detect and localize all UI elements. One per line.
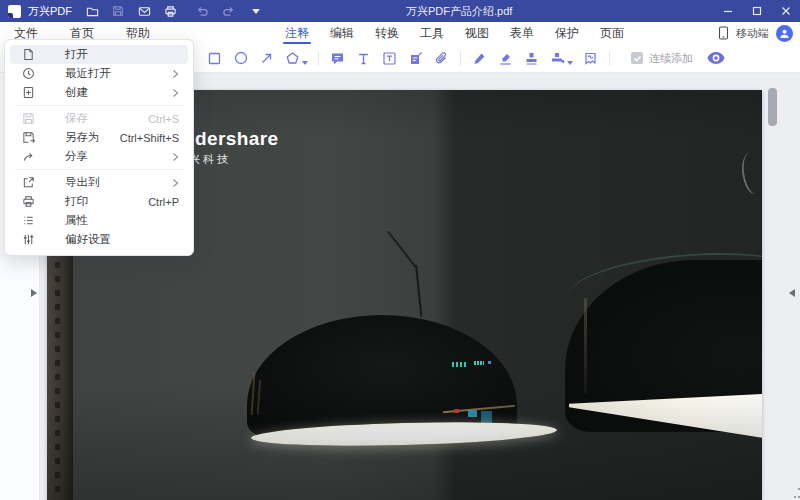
print-icon bbox=[21, 195, 35, 209]
menu-divider bbox=[15, 105, 183, 106]
photo-reflection bbox=[468, 410, 477, 417]
textbox-tool-icon[interactable] bbox=[378, 47, 401, 70]
file-menu-item-properties[interactable]: 属性 bbox=[5, 211, 193, 230]
document-title: 万兴PDF产品介绍.pdf bbox=[406, 0, 512, 22]
window-resize-grip[interactable] bbox=[790, 488, 800, 498]
submenu-chevron-icon bbox=[172, 152, 179, 162]
clock-icon bbox=[21, 67, 35, 81]
pencil-tool-icon[interactable] bbox=[468, 47, 491, 70]
right-lamp-cord bbox=[737, 150, 762, 196]
toolbar-divider bbox=[609, 51, 610, 66]
window-controls bbox=[713, 0, 800, 22]
file-menu-item-print[interactable]: 打印 Ctrl+P bbox=[5, 192, 193, 211]
app-name: 万兴PDF bbox=[28, 4, 72, 19]
text-tools-group bbox=[326, 47, 453, 70]
customize-toolbar-caret-icon[interactable] bbox=[247, 4, 261, 18]
photo-texture bbox=[55, 220, 60, 500]
print-icon[interactable] bbox=[163, 4, 177, 18]
tab-form[interactable]: 表单 bbox=[508, 25, 536, 42]
callout-tool-icon[interactable] bbox=[404, 47, 427, 70]
file-menu-item-preferences[interactable]: 偏好设置 bbox=[5, 230, 193, 249]
create-document-icon bbox=[21, 86, 35, 100]
tab-convert[interactable]: 转换 bbox=[373, 25, 401, 42]
attachment-tool-icon[interactable] bbox=[430, 47, 453, 70]
ribbon-tabs: 注释 编辑 转换 工具 视图 表单 保护 页面 bbox=[283, 22, 626, 44]
file-menu-item-open[interactable]: 打开 bbox=[10, 45, 188, 64]
preferences-sliders-icon bbox=[21, 233, 35, 247]
signature-tool-icon[interactable] bbox=[579, 47, 602, 70]
draw-tools-group bbox=[468, 47, 602, 70]
open-document-icon bbox=[21, 48, 35, 62]
led-display bbox=[488, 361, 491, 364]
tab-comment[interactable]: 注释 bbox=[283, 25, 311, 42]
file-menu-dropdown: 打开 最近打开 创建 保存 Ctrl+S 另存为 Ctrl+Shift+S bbox=[4, 39, 194, 256]
arrow-tool-icon[interactable] bbox=[255, 47, 278, 70]
toolbar-divider bbox=[460, 51, 461, 66]
account-avatar[interactable] bbox=[776, 25, 793, 42]
properties-list-icon bbox=[21, 214, 35, 228]
tab-page[interactable]: 页面 bbox=[598, 25, 626, 42]
menu-divider bbox=[15, 169, 183, 170]
stamp-dropdown-caret-icon[interactable] bbox=[567, 61, 573, 65]
mobile-phone-icon[interactable] bbox=[718, 26, 729, 40]
lamp-cord bbox=[415, 265, 422, 317]
tab-protect[interactable]: 保护 bbox=[553, 25, 581, 42]
right-lamp-stem bbox=[584, 298, 587, 394]
continuous-add-label: 连续添加 bbox=[649, 51, 693, 66]
email-icon[interactable] bbox=[137, 4, 151, 18]
shape-tools-group bbox=[203, 47, 311, 70]
export-icon bbox=[21, 176, 35, 190]
tab-tools[interactable]: 工具 bbox=[418, 25, 446, 42]
undo-icon[interactable] bbox=[195, 4, 209, 18]
toolbar-divider bbox=[318, 51, 319, 66]
maximize-button[interactable] bbox=[742, 0, 771, 22]
led-display bbox=[452, 362, 468, 367]
text-tool-icon[interactable] bbox=[352, 47, 375, 70]
vertical-scrollbar-thumb[interactable] bbox=[768, 88, 777, 126]
comment-tool-icon[interactable] bbox=[326, 47, 349, 70]
polygon-tool-icon[interactable] bbox=[281, 47, 311, 70]
custom-stamp-tool-icon[interactable] bbox=[546, 47, 576, 70]
continuous-add-checkbox[interactable] bbox=[631, 52, 643, 64]
undo-redo-group bbox=[195, 4, 261, 18]
file-menu-item-export[interactable]: 导出到 bbox=[5, 173, 193, 192]
center-lamp-shade bbox=[247, 315, 517, 437]
title-bar: 万兴PDF 万兴PDF产品介绍.pdf bbox=[0, 0, 800, 22]
submenu-chevron-icon bbox=[172, 88, 179, 98]
submenu-chevron-icon bbox=[172, 178, 179, 188]
save-as-icon bbox=[21, 131, 35, 145]
continuous-add-option: 连续添加 bbox=[631, 51, 693, 66]
polygon-dropdown-caret-icon[interactable] bbox=[302, 61, 308, 65]
left-panel-toggle-icon[interactable] bbox=[31, 289, 37, 297]
led-display bbox=[474, 361, 484, 365]
tab-view[interactable]: 视图 bbox=[463, 25, 491, 42]
stamp-tool-icon[interactable] bbox=[520, 47, 543, 70]
tab-edit[interactable]: 编辑 bbox=[328, 25, 356, 42]
close-button[interactable] bbox=[771, 0, 800, 22]
lamp-cord bbox=[387, 231, 416, 268]
open-folder-icon[interactable] bbox=[85, 4, 99, 18]
ellipse-tool-icon[interactable] bbox=[229, 47, 252, 70]
submenu-chevron-icon bbox=[172, 69, 179, 79]
highlighter-tool-icon[interactable] bbox=[494, 47, 517, 70]
file-menu-item-save[interactable]: 保存 Ctrl+S bbox=[5, 109, 193, 128]
share-icon bbox=[21, 150, 35, 164]
rectangle-tool-icon[interactable] bbox=[203, 47, 226, 70]
minimize-button[interactable] bbox=[713, 0, 742, 22]
app-logo-icon bbox=[8, 5, 21, 18]
file-menu-item-recent[interactable]: 最近打开 bbox=[5, 64, 193, 83]
quick-access-toolbar bbox=[85, 4, 177, 18]
right-panel-toggle-icon[interactable] bbox=[789, 289, 795, 297]
file-menu-item-create[interactable]: 创建 bbox=[5, 83, 193, 102]
mobile-label[interactable]: 移动端 bbox=[736, 26, 769, 41]
file-menu-item-save-as[interactable]: 另存为 Ctrl+Shift+S bbox=[5, 128, 193, 147]
photo-reflection bbox=[454, 409, 459, 413]
file-menu-item-share[interactable]: 分享 bbox=[5, 147, 193, 166]
menubar-right: 移动端 bbox=[718, 22, 793, 44]
redo-icon[interactable] bbox=[221, 4, 235, 18]
save-icon bbox=[21, 112, 35, 126]
save-icon[interactable] bbox=[111, 4, 125, 18]
visibility-eye-icon[interactable] bbox=[707, 52, 725, 64]
